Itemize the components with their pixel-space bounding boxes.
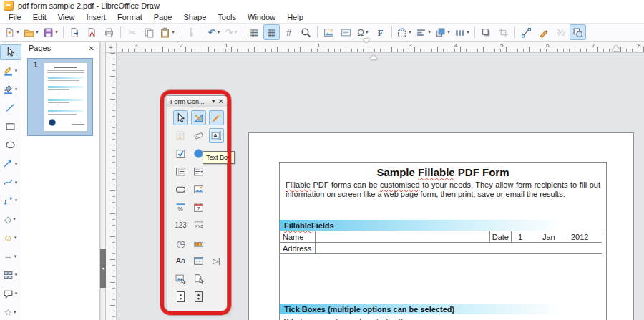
paste-button[interactable]: ▾ <box>158 24 177 40</box>
fc-pattern-field-button[interactable]: XYZ <box>191 218 206 233</box>
zoom-button[interactable] <box>298 24 314 40</box>
dropdown-icon[interactable]: ▾ <box>14 68 19 74</box>
dropdown-icon[interactable]: ▾ <box>14 291 19 296</box>
dropdown-icon[interactable]: ▾ <box>408 29 412 35</box>
date-year-value[interactable]: 2012 <box>571 233 600 241</box>
date-field[interactable]: 1 Jan 2012 <box>511 231 602 243</box>
distribute-button[interactable]: ▾ <box>453 24 472 40</box>
open-button[interactable]: ▾ <box>22 24 41 40</box>
date-day-value[interactable]: 1 <box>518 233 542 241</box>
fc-spin-button-button[interactable]: ▲▼ <box>173 289 188 304</box>
select-tool-button[interactable] <box>0 44 21 60</box>
toolbar-menu-icon[interactable]: ▼ <box>211 99 216 104</box>
transformations-button[interactable]: ▾ <box>395 24 414 40</box>
rectangle-tool-button[interactable] <box>0 119 21 135</box>
address-field[interactable] <box>315 243 602 254</box>
fc-group-box-button[interactable]: Aa <box>173 253 188 268</box>
menu-tools[interactable]: Tools <box>212 12 242 22</box>
fc-text-box-button[interactable]: A <box>209 128 224 143</box>
export-button[interactable] <box>67 24 83 40</box>
dropdown-icon[interactable]: ▾ <box>14 253 18 259</box>
fill-color-button[interactable]: ▾ <box>0 82 21 97</box>
dropdown-icon[interactable]: ▾ <box>54 29 59 35</box>
fc-navigation-bar-button[interactable]: ▷| <box>209 253 224 268</box>
basic-shapes-button[interactable]: ◇ ▾ <box>0 211 21 227</box>
align-objects-button[interactable]: ▾ <box>414 24 433 40</box>
dropdown-icon[interactable]: ▾ <box>14 180 19 185</box>
ellipse-tool-button[interactable] <box>0 137 21 153</box>
line-color-button[interactable]: ▾ <box>0 63 21 79</box>
insert-text-box-button[interactable] <box>338 24 354 40</box>
menu-page[interactable]: Page <box>148 12 178 22</box>
form-controls-titlebar[interactable]: Form Con... ▼ ✕ <box>167 96 227 107</box>
save-button[interactable]: ▾ <box>42 24 60 40</box>
dropdown-icon[interactable]: ▾ <box>35 29 39 35</box>
dropdown-icon[interactable]: ▾ <box>447 29 451 35</box>
menu-view[interactable]: View <box>52 12 81 22</box>
edit-points-button[interactable] <box>518 24 535 40</box>
menu-insert[interactable]: Insert <box>80 12 112 22</box>
fc-check-box-button[interactable] <box>173 146 188 161</box>
fc-select-button[interactable] <box>173 110 188 125</box>
fc-file-selection-button[interactable] <box>191 271 206 286</box>
pages-panel-close-icon[interactable]: ✕ <box>89 44 94 52</box>
page-thumbnail[interactable]: 1 <box>27 58 93 136</box>
fc-formatted-field-button[interactable]: % <box>173 200 188 215</box>
menu-file[interactable]: File <box>3 12 27 22</box>
callout-shapes-button[interactable]: ▾ <box>0 286 21 301</box>
dropdown-icon[interactable]: ▾ <box>14 161 19 167</box>
show-draw-functions-button[interactable] <box>570 24 586 40</box>
dropdown-icon[interactable]: ▾ <box>14 198 19 203</box>
close-icon[interactable]: ✕ <box>218 97 224 105</box>
insert-line-button[interactable] <box>0 100 21 116</box>
dropdown-icon[interactable]: ▾ <box>171 29 175 35</box>
document-page[interactable]: Sample Fillable PDF Form Fillable PDF fo… <box>248 132 634 320</box>
fc-design-mode-button[interactable] <box>191 110 206 125</box>
fc-image-control-button[interactable] <box>173 271 188 286</box>
flowchart-shapes-button[interactable]: ▾ <box>0 267 21 283</box>
fc-time-field-button[interactable]: ◷ <box>173 236 188 251</box>
glue-points-button[interactable] <box>535 24 552 40</box>
dropdown-icon[interactable]: ▾ <box>12 216 16 222</box>
special-character-button[interactable]: Ω ▾ <box>355 24 371 40</box>
export-pdf-button[interactable] <box>84 24 100 40</box>
name-field[interactable] <box>315 231 489 243</box>
ruler-margin-marker[interactable] <box>612 45 620 51</box>
star-shapes-button[interactable]: ☆ ▾ <box>0 304 21 320</box>
snap-to-grid-button[interactable]: ▦ <box>263 24 280 40</box>
fc-currency-field-button[interactable] <box>191 236 206 251</box>
print-button[interactable] <box>101 24 117 40</box>
dropdown-icon[interactable]: ▾ <box>13 309 17 315</box>
curve-tool-button[interactable]: ▾ <box>0 175 21 190</box>
dropdown-icon[interactable]: ▾ <box>14 235 18 241</box>
fc-date-field-button[interactable]: 7 <box>191 200 206 215</box>
menu-format[interactable]: Format <box>112 12 148 22</box>
dropdown-icon[interactable]: ▾ <box>427 29 431 35</box>
dropdown-icon[interactable]: ▾ <box>216 29 220 35</box>
dropdown-icon[interactable]: ▾ <box>16 29 20 35</box>
menu-shape[interactable]: Shape <box>177 12 212 22</box>
symbol-shapes-button[interactable]: ☺ ▾ <box>0 230 21 246</box>
fc-push-button-button[interactable] <box>173 182 188 197</box>
fc-image-button-button[interactable] <box>191 182 206 197</box>
date-month-value[interactable]: Jan <box>542 233 571 241</box>
display-grid-button[interactable]: ▦ <box>246 24 263 40</box>
lines-and-arrows-button[interactable]: ▾ <box>0 156 21 172</box>
dropdown-icon[interactable]: ▾ <box>14 272 19 278</box>
fc-table-control-button[interactable] <box>191 253 206 268</box>
menu-window[interactable]: Window <box>242 12 281 22</box>
dropdown-icon[interactable]: ▾ <box>365 29 369 35</box>
fc-scrollbar-button[interactable]: ▲▼ <box>191 289 206 304</box>
arrange-button[interactable]: ▾ <box>434 24 452 40</box>
shadow-button[interactable] <box>478 24 494 40</box>
new-document-button[interactable]: ▾ <box>3 24 21 40</box>
menu-edit[interactable]: Edit <box>27 12 52 22</box>
dropdown-icon[interactable]: ▾ <box>466 29 470 35</box>
menu-help[interactable]: Help <box>281 12 309 22</box>
block-arrows-button[interactable]: ⇔ ▾ <box>0 248 21 264</box>
panel-collapse-handle[interactable]: ◂ <box>100 249 106 288</box>
undo-button[interactable]: ↶ ▾ <box>206 24 223 40</box>
insert-image-button[interactable] <box>321 24 337 40</box>
fc-list-box-button[interactable] <box>173 164 188 179</box>
fc-label-field-button[interactable] <box>191 128 206 143</box>
